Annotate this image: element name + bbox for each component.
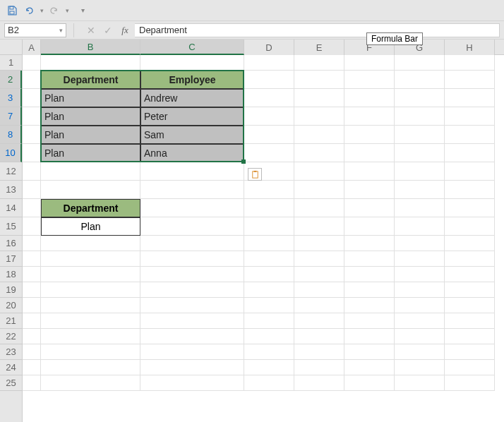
cell[interactable] (395, 282, 445, 298)
row-header[interactable]: 24 (0, 360, 22, 375)
cell[interactable] (395, 267, 445, 282)
cell[interactable] (395, 344, 445, 360)
cell[interactable] (140, 267, 244, 282)
row-header[interactable]: 21 (0, 313, 22, 329)
cell[interactable] (41, 162, 140, 181)
cell[interactable] (41, 344, 140, 360)
cell[interactable] (344, 344, 395, 360)
cell[interactable] (395, 313, 445, 329)
cell[interactable] (23, 217, 41, 236)
row-header[interactable]: 1 (0, 55, 22, 71)
cell[interactable] (23, 313, 41, 329)
cell[interactable] (344, 267, 395, 282)
cell[interactable] (395, 298, 445, 313)
cell[interactable] (294, 217, 344, 236)
cell[interactable] (23, 89, 41, 107)
cell[interactable] (445, 329, 495, 344)
cell[interactable] (344, 126, 395, 144)
cell[interactable] (23, 181, 41, 199)
cell[interactable] (140, 55, 244, 71)
cell[interactable] (23, 360, 41, 375)
cell[interactable] (445, 144, 495, 162)
cell[interactable]: Sam (140, 126, 244, 144)
cell[interactable] (294, 329, 344, 344)
cell[interactable] (445, 236, 495, 251)
cell[interactable]: Department (41, 71, 140, 89)
cell[interactable] (294, 107, 344, 126)
cell[interactable] (140, 162, 244, 181)
cell[interactable] (244, 267, 294, 282)
cell[interactable] (23, 71, 41, 89)
row-header[interactable]: 22 (0, 329, 22, 344)
cell[interactable]: Plan (41, 217, 140, 236)
cell[interactable] (140, 217, 244, 236)
row-header[interactable]: 7 (0, 107, 22, 126)
cancel-button[interactable]: ✕ (84, 23, 98, 37)
cell[interactable] (395, 360, 445, 375)
cell[interactable] (140, 199, 244, 217)
cell[interactable] (244, 236, 294, 251)
cell[interactable] (344, 298, 395, 313)
cell[interactable] (244, 55, 294, 71)
cell[interactable] (344, 329, 395, 344)
cell[interactable]: Anna (140, 144, 244, 162)
cell[interactable] (41, 360, 140, 375)
cell[interactable] (41, 313, 140, 329)
cell[interactable] (294, 144, 344, 162)
cell[interactable] (140, 360, 244, 375)
cell[interactable] (23, 329, 41, 344)
cell[interactable] (294, 313, 344, 329)
cell[interactable] (395, 251, 445, 267)
row-header[interactable]: 3 (0, 89, 22, 107)
cell[interactable] (140, 236, 244, 251)
cell[interactable] (344, 217, 395, 236)
cell[interactable] (23, 375, 41, 391)
cell[interactable] (445, 282, 495, 298)
fx-button[interactable]: fx (118, 23, 132, 37)
save-icon[interactable] (4, 3, 20, 18)
cell[interactable]: Plan (41, 126, 140, 144)
cell[interactable] (395, 55, 445, 71)
cell[interactable] (294, 181, 344, 199)
cell[interactable] (445, 298, 495, 313)
cell[interactable] (395, 181, 445, 199)
cell[interactable]: Department (41, 199, 140, 217)
row-header[interactable]: 2 (0, 71, 22, 89)
cell[interactable] (395, 375, 445, 391)
cell[interactable]: Plan (41, 144, 140, 162)
cell[interactable] (344, 107, 395, 126)
cell[interactable] (41, 329, 140, 344)
name-box-dropdown-icon[interactable]: ▾ (59, 27, 63, 34)
cell[interactable] (344, 360, 395, 375)
cell[interactable] (140, 181, 244, 199)
cell[interactable] (344, 55, 395, 71)
cell[interactable] (294, 267, 344, 282)
cell[interactable] (23, 126, 41, 144)
cell[interactable] (23, 282, 41, 298)
cell[interactable] (395, 199, 445, 217)
customize-qat-icon[interactable]: ▾ (75, 3, 90, 18)
undo-icon[interactable] (21, 3, 37, 18)
column-header[interactable]: C (140, 40, 244, 55)
cell[interactable] (445, 344, 495, 360)
cell[interactable] (294, 282, 344, 298)
cell[interactable] (294, 199, 344, 217)
undo-dropdown-icon[interactable]: ▾ (38, 7, 45, 14)
cell[interactable] (41, 298, 140, 313)
cell[interactable] (140, 329, 244, 344)
cell[interactable] (344, 251, 395, 267)
column-header[interactable]: H (445, 40, 495, 55)
row-header[interactable]: 8 (0, 126, 22, 144)
row-header[interactable]: 25 (0, 375, 22, 391)
enter-button[interactable]: ✓ (101, 23, 115, 37)
cell[interactable]: Peter (140, 107, 244, 126)
cell[interactable] (244, 344, 294, 360)
redo-dropdown-icon[interactable]: ▾ (64, 7, 71, 14)
cell[interactable] (23, 251, 41, 267)
cell[interactable] (41, 236, 140, 251)
cell[interactable] (294, 375, 344, 391)
column-header[interactable]: B (41, 40, 140, 55)
cell[interactable] (294, 360, 344, 375)
cell[interactable] (244, 251, 294, 267)
cell[interactable] (395, 329, 445, 344)
